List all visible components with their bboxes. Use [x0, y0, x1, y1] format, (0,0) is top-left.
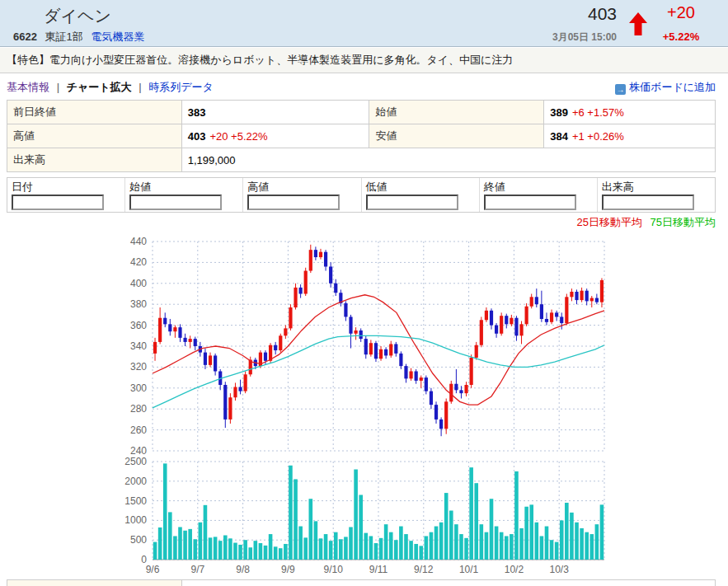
legend-ma75: 75日移動平均 — [651, 216, 716, 228]
svg-text:300: 300 — [130, 382, 147, 394]
svg-text:2000: 2000 — [124, 476, 147, 487]
prev-close-value: 383 — [181, 101, 369, 124]
svg-text:10/3: 10/3 — [550, 564, 570, 575]
tab-separator: | — [57, 81, 59, 93]
high-value: 403+20 +5.22% — [181, 124, 369, 148]
date-input-label: 日付 — [12, 180, 120, 194]
input-cell-volume: 出来高 — [598, 178, 715, 212]
svg-text:9/10: 9/10 — [324, 564, 344, 575]
input-cell-open: 始値 — [125, 178, 243, 212]
low-change: +1 +0.26% — [572, 130, 624, 143]
chart-legend: 25日移動平均 75日移動平均 — [576, 215, 716, 230]
svg-text:10/1: 10/1 — [459, 564, 479, 575]
open-input-label: 始値 — [129, 180, 238, 194]
tab-separator: | — [139, 81, 141, 93]
open-value: 389+6 +1.57% — [544, 101, 716, 124]
table-row: 前日終値 383 始値 389+6 +1.57% — [7, 101, 716, 124]
open-input[interactable] — [129, 195, 222, 210]
quote-summary-table: 前日終値 383 始値 389+6 +1.57% 高値 403+20 +5.22… — [7, 100, 716, 172]
low-value: 384+1 +0.26% — [544, 124, 716, 148]
svg-text:9/11: 9/11 — [369, 564, 388, 575]
price-timestamp: 3月05日 15:00 — [495, 30, 617, 45]
company-feature-text: 【特色】電力向け小型変圧器首位。溶接機からロボット、半導体製造装置用に多角化。タ… — [0, 48, 728, 73]
svg-text:9/12: 9/12 — [414, 564, 434, 575]
close-input-label: 終値 — [484, 180, 593, 194]
low-input-label: 低値 — [366, 180, 475, 194]
stock-code: 6622 — [13, 30, 37, 43]
price-up-arrow-icon — [628, 12, 648, 40]
input-cell-close: 終値 — [480, 178, 598, 212]
svg-text:260: 260 — [130, 424, 147, 436]
svg-text:2500: 2500 — [124, 456, 147, 467]
price-block: 403 3月05日 15:00 — [495, 0, 617, 47]
stock-code-line: 6622 東証1部 電気機器業 — [13, 30, 144, 45]
svg-text:320: 320 — [130, 361, 147, 373]
input-cell-low: 低値 — [362, 178, 480, 212]
volume-input[interactable] — [602, 195, 694, 210]
svg-text:400: 400 — [130, 278, 147, 289]
next-row-label-cell — [7, 580, 182, 586]
legend-ma25: 25日移動平均 — [576, 216, 641, 228]
arrow-right-icon: → — [615, 84, 626, 95]
tab-time-series[interactable]: 時系列データ — [148, 81, 214, 93]
volume-input-label: 出来高 — [602, 180, 711, 194]
svg-text:9/9: 9/9 — [281, 564, 295, 575]
stock-detail-page: ダイヘン 6622 東証1部 電気機器業 403 3月05日 15:00 +20… — [0, 0, 728, 586]
input-cell-high: 高値 — [243, 178, 361, 212]
price-change: +20 — [654, 3, 708, 22]
current-price: 403 — [495, 4, 617, 24]
svg-text:340: 340 — [130, 340, 147, 352]
low-input[interactable] — [366, 195, 458, 210]
change-block: +20 +5.22% — [654, 0, 708, 47]
svg-text:440: 440 — [130, 236, 147, 247]
svg-text:10/2: 10/2 — [505, 564, 524, 575]
high-input[interactable] — [247, 195, 340, 210]
low-label: 安値 — [369, 124, 544, 148]
price-change-percent: +5.22% — [654, 30, 708, 43]
date-input[interactable] — [12, 195, 104, 210]
high-change: +20 +5.22% — [209, 130, 267, 143]
header-band: ダイヘン 6622 東証1部 電気機器業 403 3月05日 15:00 +20… — [0, 0, 728, 47]
high-label: 高値 — [7, 124, 182, 148]
add-to-stock-board-label: 株価ボードに追加 — [629, 81, 716, 93]
stock-market: 東証1部 — [45, 30, 83, 43]
svg-text:9/6: 9/6 — [146, 564, 160, 575]
add-to-stock-board-link[interactable]: →株価ボードに追加 — [615, 80, 716, 95]
open-label: 始値 — [369, 101, 544, 124]
high-input-label: 高値 — [247, 180, 356, 194]
svg-text:500: 500 — [130, 534, 147, 546]
tab-bar: 基本情報 | チャート拡大 | 時系列データ — [7, 80, 214, 95]
svg-text:280: 280 — [130, 403, 147, 415]
next-table-row-clipped — [7, 579, 716, 586]
svg-text:360: 360 — [130, 320, 147, 331]
table-row: 出来高 1,199,000 — [7, 148, 716, 172]
svg-text:9/7: 9/7 — [190, 564, 204, 575]
table-row: 高値 403+20 +5.22% 安値 384+1 +0.26% — [7, 124, 716, 148]
svg-text:1500: 1500 — [124, 495, 147, 507]
svg-text:1000: 1000 — [124, 514, 147, 526]
svg-text:240: 240 — [130, 445, 147, 457]
close-input[interactable] — [484, 195, 576, 210]
svg-text:420: 420 — [130, 256, 147, 268]
svg-text:9/8: 9/8 — [236, 564, 250, 575]
industry-link[interactable]: 電気機器業 — [91, 30, 144, 43]
page-title: ダイヘン — [44, 5, 111, 27]
ohlc-input-panel: 日付 始値 高値 低値 終値 出来高 — [7, 177, 716, 213]
candlestick-volume-chart: 4404204003803603403203002802602402500200… — [0, 231, 728, 586]
open-change: +6 +1.57% — [572, 106, 624, 119]
tab-chart-zoom: チャート拡大 — [67, 81, 132, 93]
volume-label: 出来高 — [7, 148, 182, 172]
svg-text:380: 380 — [130, 298, 147, 310]
tab-basic-info[interactable]: 基本情報 — [7, 81, 49, 93]
input-cell-date: 日付 — [7, 178, 125, 212]
volume-value: 1,199,000 — [181, 148, 715, 172]
prev-close-label: 前日終値 — [7, 101, 182, 124]
